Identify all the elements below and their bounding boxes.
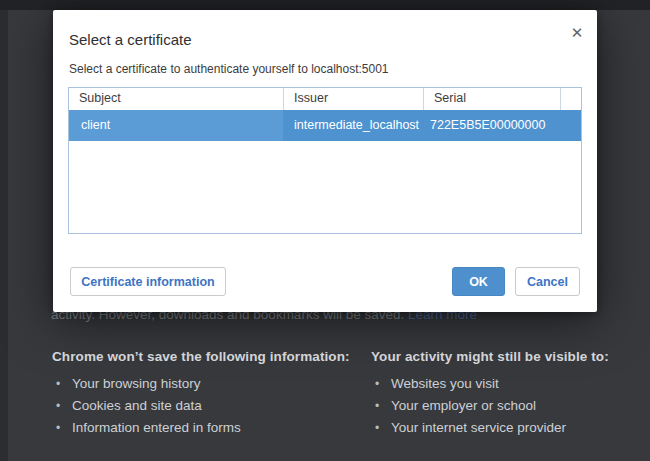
visible-to-list: Websites you visit Your employer or scho…	[371, 373, 631, 439]
cell-subject[interactable]: client	[69, 110, 284, 141]
ok-button[interactable]: OK	[452, 267, 505, 296]
dialog-title: Select a certificate	[69, 31, 192, 48]
wont-save-list: Your browsing history Cookies and site d…	[52, 373, 362, 439]
column-header-issuer[interactable]: Issuer	[284, 88, 424, 110]
table-header-row: Subject Issuer Serial	[69, 88, 581, 110]
list-item: Your internet service provider	[375, 417, 631, 439]
column-header-serial[interactable]: Serial	[424, 88, 561, 110]
cancel-button[interactable]: Cancel	[515, 267, 580, 296]
browser-top-edge	[0, 0, 650, 10]
list-item: Your employer or school	[375, 395, 631, 417]
visible-to-heading: Your activity might still be visible to:	[371, 349, 631, 364]
dialog-subtitle: Select a certificate to authenticate you…	[69, 62, 389, 76]
cell-serial[interactable]: 722E5B5E00000000	[424, 110, 561, 141]
wont-save-heading: Chrome won’t save the following informat…	[52, 349, 362, 364]
cell-spacer	[561, 110, 581, 141]
list-item: Your browsing history	[56, 373, 362, 395]
column-header-subject[interactable]: Subject	[69, 88, 284, 110]
close-icon[interactable]: ✕	[568, 24, 586, 42]
cell-issuer[interactable]: intermediate_localhost	[284, 110, 424, 141]
certificate-information-button[interactable]: Certificate information	[70, 267, 226, 296]
certificate-table: Subject Issuer Serial client intermediat…	[68, 87, 582, 234]
column-header-spacer	[561, 88, 581, 110]
browser-left-edge	[0, 10, 8, 461]
select-certificate-dialog: ✕ Select a certificate Select a certific…	[53, 10, 597, 312]
incognito-right-column: Your activity might still be visible to:…	[371, 349, 631, 439]
certificate-row-selected[interactable]: client intermediate_localhost 722E5B5E00…	[69, 110, 581, 141]
list-item: Cookies and site data	[56, 395, 362, 417]
list-item: Websites you visit	[375, 373, 631, 395]
list-item: Information entered in forms	[56, 417, 362, 439]
incognito-left-column: Chrome won’t save the following informat…	[52, 349, 362, 439]
